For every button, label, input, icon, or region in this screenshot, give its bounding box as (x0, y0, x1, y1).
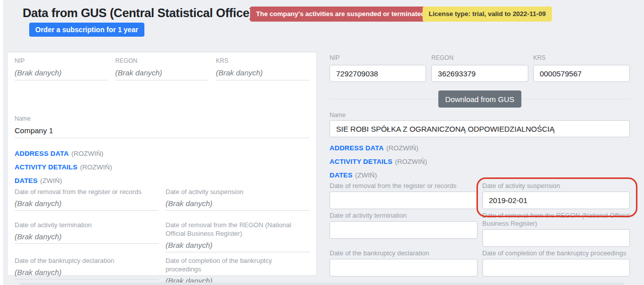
nip-label: NIP (15, 57, 108, 65)
date-activity-termination-input[interactable] (330, 221, 477, 239)
date-removal-regon-left: Date of removal from the REGON (National… (166, 221, 309, 252)
date-removal-regon-input[interactable] (482, 229, 630, 247)
section-title: ADDRESS DATA (15, 150, 69, 157)
date-removal-regon-right: Date of removal from the REGON (National… (482, 212, 630, 247)
section-link-dates-right[interactable]: DATES (ZWIŃ) (330, 168, 630, 182)
nip-input[interactable] (330, 65, 426, 82)
field-nip-left: NIP (Brak danych) (15, 57, 108, 80)
order-subscription-button[interactable]: Order a subscription for 1 year (29, 23, 144, 37)
section-link-dates-left[interactable]: DATES (ZWIŃ) (15, 174, 309, 187)
regon-value: (Brak danych) (115, 68, 209, 80)
date-bankruptcy-declaration-right: Date of the bankruptcy declaration (330, 249, 477, 276)
date-label: Date of activity suspension (166, 187, 309, 196)
regon-input[interactable] (431, 65, 528, 82)
date-removal-register-input[interactable] (330, 192, 477, 209)
download-from-gus-button[interactable]: Download from GUS (438, 90, 522, 108)
field-regon-right: REGON (431, 54, 528, 82)
regon-label: REGON (431, 54, 528, 62)
field-name-right: Name (330, 111, 630, 137)
krs-label: KRS (533, 54, 630, 62)
next-section-bar (20, 282, 624, 285)
nip-label: NIP (330, 54, 426, 62)
section-title: DATES (15, 177, 38, 184)
page-title: Data from GUS (Central Statistical Offic… (23, 6, 253, 20)
date-label: Date of completion of the bankruptcy pro… (482, 249, 630, 257)
date-bankruptcy-completion-input[interactable] (482, 259, 630, 276)
company-name-input[interactable] (330, 120, 630, 137)
date-removal-register-left: Date of removal from the register or rec… (15, 187, 158, 211)
section-link-address-data-left[interactable]: ADDRESS DATA (ROZWIŃ) (15, 147, 309, 160)
date-value: (Brak danych) (15, 267, 158, 279)
date-label: Date of removal from the register or rec… (330, 182, 477, 190)
section-state: (ZWIŃ) (355, 171, 377, 179)
date-value: (Brak danych) (166, 199, 309, 211)
regon-label: REGON (115, 57, 209, 65)
name-label: Name (15, 115, 309, 123)
section-title: ACTIVITY DETAILS (330, 158, 392, 165)
section-link-activity-details-right[interactable]: ACTIVITY DETAILS (ROZWIŃ) (330, 155, 630, 168)
date-label: Date of activity termination (330, 212, 477, 220)
nip-value: (Brak danych) (15, 68, 108, 80)
license-badge: License type: trial, valid to 2022-11-09 (423, 7, 552, 22)
field-nip-right: NIP (330, 54, 426, 82)
field-krs-left: KRS (Brak danych) (216, 57, 309, 80)
date-value: (Brak danych) (15, 199, 158, 211)
date-bankruptcy-completion-right: Date of completion of the bankruptcy pro… (482, 249, 630, 276)
date-removal-register-right: Date of removal from the register or rec… (330, 182, 477, 209)
viewport-edge (0, 0, 3, 285)
date-activity-suspension-input[interactable] (482, 192, 630, 209)
field-regon-left: REGON (Brak danych) (115, 57, 209, 80)
name-label: Name (330, 111, 630, 119)
section-state: (ROZWIŃ) (386, 144, 419, 152)
date-label: Date of removal from the REGON (National… (482, 212, 630, 228)
date-activity-termination-right: Date of activity termination (330, 212, 477, 247)
date-value: (Brak danych) (166, 240, 309, 252)
krs-value: (Brak danych) (216, 68, 309, 80)
section-state: (ROZWIŃ) (80, 163, 112, 171)
date-bankruptcy-completion-left: Date of completion of the bankruptcy pro… (166, 256, 309, 285)
name-value: Company 1 (15, 126, 309, 138)
date-label: Date of activity termination (15, 221, 158, 229)
section-link-activity-details-left[interactable]: ACTIVITY DETAILS (ROZWIŃ) (15, 160, 309, 174)
field-krs-right: KRS (533, 54, 630, 82)
date-bankruptcy-declaration-left: Date of the bankruptcy declaration (Brak… (15, 256, 158, 285)
section-title: ACTIVITY DETAILS (15, 163, 77, 171)
date-activity-termination-left: Date of activity termination (Brak danyc… (15, 221, 158, 252)
krs-label: KRS (216, 57, 309, 65)
date-value: (Brak danych) (15, 232, 158, 244)
field-name-left: Name Company 1 (15, 115, 309, 138)
section-link-address-data-right[interactable]: ADDRESS DATA (ROZWIŃ) (330, 141, 630, 155)
date-label: Date of the bankruptcy declaration (330, 249, 477, 257)
date-activity-suspension-left: Date of activity suspension (Brak danych… (166, 187, 309, 211)
gus-company-panel: NIP REGON KRS Download from GUS Name ADD… (330, 54, 630, 279)
date-label: Date of removal from the register or rec… (15, 187, 158, 196)
section-title: ADDRESS DATA (330, 144, 384, 152)
date-label: Date of activity suspension (482, 182, 630, 190)
date-label: Date of the bankruptcy declaration (15, 256, 158, 265)
stored-company-card: NIP (Brak danych) REGON (Brak danych) KR… (7, 52, 317, 276)
krs-input[interactable] (533, 65, 630, 82)
section-title: DATES (330, 171, 353, 179)
date-bankruptcy-declaration-input[interactable] (330, 259, 477, 276)
date-label: Date of completion of the bankruptcy pro… (166, 256, 309, 273)
date-label: Date of removal from the REGON (National… (166, 221, 309, 238)
section-state: (ROZWIŃ) (71, 150, 104, 157)
section-state: (ROZWIŃ) (395, 158, 427, 165)
section-state: (ZWIŃ) (40, 177, 62, 184)
suspended-status-badge: The company's activities are suspended o… (250, 7, 431, 22)
date-activity-suspension-right: Date of activity suspension (482, 182, 630, 209)
